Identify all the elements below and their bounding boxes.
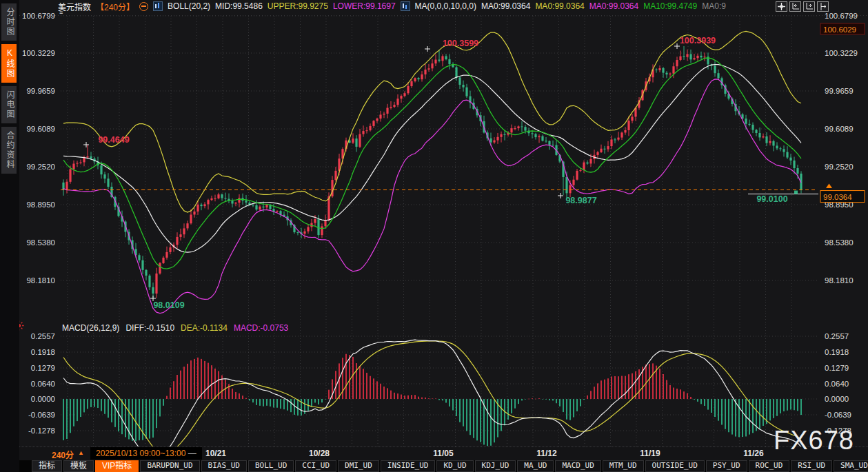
tab-ma_ud[interactable]: MA_UD [517, 460, 554, 472]
indicator-tabbar: 指标模板VIP指标BARUPDN_UDBIAS_UDBOLL_UDCCI_UDD… [19, 460, 868, 472]
main-axis-right-label: 99.6089 [825, 125, 854, 133]
tab-dmi_ud[interactable]: DMI_UD [338, 460, 379, 472]
last-price-value: 99.0364 [823, 193, 852, 201]
sidebar-item-1[interactable]: K线图 [1, 44, 17, 83]
date-label-11-26: 11/26 [743, 449, 763, 458]
boll-indicator-icon[interactable] [153, 1, 163, 11]
main-axis-left-label: 98.5380 [26, 238, 55, 247]
macd-header: MACD(26,12,9) DIFF:-0.1510 DEA:-0.1134 M… [62, 323, 288, 333]
tab-barupdn_ud[interactable]: BARUPDN_UD [140, 460, 199, 472]
ma-value-1: MA0:99.0364 [535, 1, 584, 11]
main-axis-right-label: 100.6799 [825, 12, 858, 20]
shift-chart-icon[interactable] [817, 1, 829, 12]
macd-axis-right-label: 0.2557 [825, 332, 849, 340]
move-tool-icon[interactable] [776, 1, 787, 12]
timeframe-up-arrow-icon[interactable]: ▲ [78, 449, 84, 456]
chart-canvas[interactable]: 100.6799100.322999.965999.608999.252098.… [0, 0, 868, 472]
macd-macd-value: MACD:-0.0753 [234, 323, 288, 333]
boll-upper-value: UPPER:99.9275 [268, 1, 328, 11]
macd-axis-left-label: 0.2557 [31, 332, 55, 340]
macd-diff-value: DIFF:-0.1510 [125, 323, 174, 333]
boll-lower-value: LOWER:99.1697 [333, 1, 396, 11]
tab-指标[interactable]: 指标 [32, 460, 62, 472]
main-axis-right-label: 100.3229 [825, 49, 858, 57]
ma-indicator-icon[interactable] [401, 1, 410, 11]
tab-roc_ud[interactable]: ROC_UD [749, 460, 790, 472]
macd-axis-left-label: 0.0000 [31, 395, 55, 403]
main-axis-right-label: 98.1810 [825, 276, 854, 285]
ma-value-0: MA0:99.0364 [481, 1, 530, 11]
time-axis-bar: 240分 ▲ 2025/10/13 09:00~13:00 — 10/2110/… [19, 447, 868, 460]
pane-menu-icon[interactable]: ≡≡ [59, 3, 63, 16]
ma-label: MA(0,0,0,10,0,0) [415, 1, 476, 11]
tab-vip指标[interactable]: VIP指标 [95, 460, 139, 472]
main-axis-left-label: 98.8950 [26, 201, 55, 209]
date-label-11-19: 11/19 [640, 449, 660, 458]
tab-sma_ud[interactable]: SMA_UD [834, 460, 868, 472]
macd-axis-left-label: -0.0639 [28, 411, 55, 419]
tab-outside_ud[interactable]: OUTSIDE_UD [645, 460, 705, 472]
trading-terminal: 100.6799100.322999.965999.608999.252098.… [0, 0, 868, 472]
ma-value-2: MA0:99.0364 [589, 1, 638, 11]
chart-tools [776, 1, 829, 12]
macd-dea-value: DEA:-0.1134 [181, 323, 228, 333]
ma-value-4: MA0:9 [702, 1, 726, 11]
macd-axis-left-label: -0.1278 [28, 427, 55, 435]
price-annotation-3: 98.9877 [565, 196, 596, 205]
macd-axis-left-label: 0.1279 [31, 364, 55, 372]
sidebar-item-0[interactable]: 分时图 [1, 3, 17, 41]
tab-kdj_ud[interactable]: KDJ_UD [475, 460, 516, 472]
macd-axis-left-label: 0.1918 [31, 348, 55, 356]
tab-cci_ud[interactable]: CCI_UD [295, 460, 336, 472]
watermark: FX678 [774, 426, 854, 455]
main-axis-right-label: 99.2520 [825, 163, 854, 171]
macd-label: MACD(26,12,9) [62, 323, 119, 333]
macd-axis-right-label: 0.1918 [825, 348, 849, 356]
ma-value-3: MA10:99.4749 [643, 1, 697, 11]
date-label-10-28: 10/28 [309, 449, 330, 458]
tab-psy_ud[interactable]: PSY_UD [706, 460, 747, 472]
price-annotation-1: 100.3599 [443, 39, 478, 48]
main-axis-left-label: 99.9659 [26, 87, 55, 95]
date-label-11-12: 11/12 [536, 449, 556, 458]
macd-axis-right-label: 0.1279 [825, 364, 849, 372]
date-label-10-21: 10/21 [205, 449, 226, 458]
chart-header: 美元指数 【240分】 BOLL(20,2) MID:99.5486 UPPER… [19, 0, 868, 12]
boll-label: BOLL(20,2) [168, 1, 210, 11]
first-bar-range: 2025/10/13 09:00~13:00 — [90, 447, 202, 460]
price-annotation-0: 99.4649 [98, 135, 129, 145]
sidebar-item-3[interactable]: 合约资料 [1, 127, 17, 174]
sidebar: 分时图K线图闪电图合约资料 [0, 0, 19, 472]
scale-axis-left-icon[interactable] [789, 1, 801, 12]
tab-模板[interactable]: 模板 [63, 460, 94, 472]
collapse-icon[interactable] [139, 2, 148, 11]
session-high-value: 100.6029 [823, 25, 856, 34]
period-label: 【240分】 [96, 1, 134, 12]
tab-mtm_ud[interactable]: MTM_UD [603, 460, 644, 472]
main-axis-left-label: 98.1810 [26, 276, 55, 285]
price-up-arrow-icon [826, 184, 832, 189]
tab-bias_ud[interactable]: BIAS_UD [201, 460, 247, 472]
macd-axis-right-label: 0.0640 [825, 380, 849, 388]
main-axis-left-label: 99.6089 [26, 125, 55, 133]
price-annotation-5: 98.0109 [153, 300, 184, 310]
price-annotation-4: 99.0100 [756, 194, 787, 204]
main-axis-left-label: 99.2520 [26, 163, 55, 171]
macd-axis-right-label: -0.0639 [825, 411, 851, 419]
tab-kd_ud[interactable]: KD_UD [436, 460, 473, 472]
boll-mid-value: MID:99.5486 [215, 1, 263, 11]
main-axis-right-label: 99.9659 [825, 87, 854, 95]
timeframe-label[interactable]: 240分 [52, 449, 74, 460]
sidebar-item-2[interactable]: 闪电图 [1, 86, 17, 123]
date-label-11-05: 11/05 [433, 449, 453, 458]
macd-axis-right-label: 0.0000 [825, 395, 849, 403]
tab-boll_ud[interactable]: BOLL_UD [248, 460, 294, 472]
tab-rsi_ud[interactable]: RSI_UD [791, 460, 832, 472]
tab-inside_ud[interactable]: INSIDE_UD [381, 460, 436, 472]
main-axis-right-label: 98.5380 [825, 238, 854, 247]
scale-axis-right-icon[interactable] [803, 1, 815, 12]
ma-values: MA0:99.0364MA0:99.0364MA0:99.0364MA10:99… [481, 1, 726, 11]
main-axis-left-label: 100.6799 [22, 12, 55, 20]
tab-macd_ud[interactable]: MACD_UD [555, 460, 600, 472]
main-axis-left-label: 100.3229 [22, 49, 55, 57]
